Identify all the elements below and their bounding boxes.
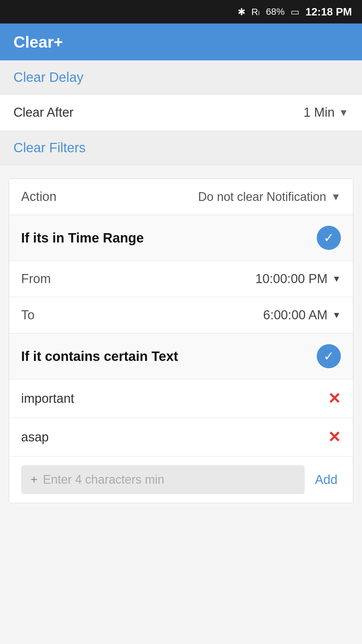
to-value-group[interactable]: 6:00:00 AM ▼	[263, 308, 341, 322]
time-range-label: If its in Time Range	[21, 230, 144, 246]
action-value-group[interactable]: Do not clear Notification ▼	[198, 190, 341, 204]
clear-after-row[interactable]: Clear After 1 Min ▼	[0, 95, 362, 131]
from-value-group[interactable]: 10:00:00 PM ▼	[255, 272, 341, 286]
filter-item-important: important ✕	[9, 379, 353, 418]
action-value: Do not clear Notification	[198, 190, 326, 204]
contains-text-toggle[interactable]: ✓	[317, 344, 341, 368]
remove-important-button[interactable]: ✕	[328, 389, 341, 408]
plus-icon: +	[31, 473, 38, 487]
clear-filters-title: Clear Filters	[13, 140, 86, 155]
clear-filters-section-header: Clear Filters	[0, 131, 362, 165]
section-spacer	[0, 165, 362, 178]
app-bar: Clear+	[0, 23, 362, 60]
time-range-toggle[interactable]: ✓	[317, 226, 341, 250]
filter-card: Action Do not clear Notification ▼ If it…	[9, 178, 353, 503]
status-bar: ✱ Rₗ 68% ▭ 12:18 PM	[0, 0, 362, 23]
bluetooth-icon: ✱	[238, 6, 245, 17]
action-label: Action	[21, 190, 57, 204]
clear-after-label: Clear After	[13, 105, 74, 120]
time-range-check-icon: ✓	[323, 230, 334, 245]
from-row[interactable]: From 10:00:00 PM ▼	[9, 261, 353, 297]
from-value: 10:00:00 PM	[255, 272, 327, 286]
filter-item-asap: asap ✕	[9, 418, 353, 457]
add-text-placeholder: Enter 4 characters min	[43, 473, 164, 487]
to-row[interactable]: To 6:00:00 AM ▼	[9, 297, 353, 333]
clear-delay-title: Clear Delay	[13, 70, 83, 85]
signal-icon: Rₗ	[251, 6, 260, 17]
action-dropdown-icon: ▼	[331, 191, 341, 203]
clear-after-dropdown-icon: ▼	[339, 107, 349, 118]
to-value: 6:00:00 AM	[263, 308, 327, 322]
app-title: Clear+	[13, 33, 63, 51]
contains-text-label: If it contains certain Text	[21, 349, 178, 364]
status-icons: ✱ Rₗ 68% ▭	[238, 6, 299, 17]
battery-icon: ▭	[291, 6, 299, 17]
contains-text-toggle-row[interactable]: If it contains certain Text ✓	[9, 333, 353, 379]
to-label: To	[21, 308, 35, 322]
clear-delay-section-header: Clear Delay	[0, 60, 362, 95]
action-row[interactable]: Action Do not clear Notification ▼	[9, 179, 353, 215]
clear-after-value: 1 Min	[303, 105, 335, 120]
add-button[interactable]: Add	[311, 469, 341, 490]
filter-item-important-text: important	[21, 391, 74, 406]
time-range-toggle-row[interactable]: If its in Time Range ✓	[9, 215, 353, 261]
remove-asap-button[interactable]: ✕	[328, 428, 341, 446]
clear-after-value-group[interactable]: 1 Min ▼	[303, 105, 349, 120]
filter-item-asap-text: asap	[21, 430, 49, 444]
status-time: 12:18 PM	[305, 6, 352, 18]
from-label: From	[21, 272, 51, 286]
to-dropdown-icon: ▼	[332, 310, 341, 320]
contains-text-check-icon: ✓	[323, 349, 334, 364]
add-text-input-container[interactable]: + Enter 4 characters min	[21, 465, 305, 494]
from-dropdown-icon: ▼	[332, 274, 341, 284]
add-input-row: + Enter 4 characters min Add	[9, 457, 353, 503]
battery-percent: 68%	[266, 6, 285, 17]
